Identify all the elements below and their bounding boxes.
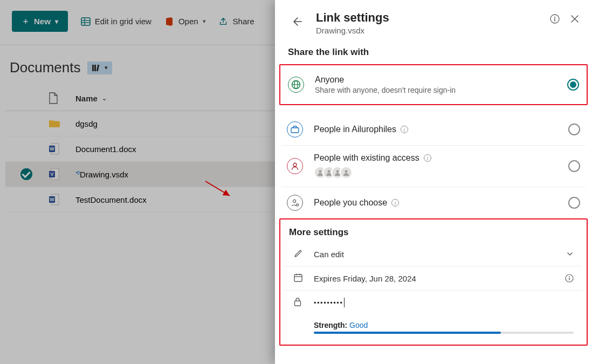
strength-bar (314, 332, 574, 334)
svg-line-16 (205, 181, 230, 196)
more-settings-heading: More settings (280, 219, 587, 242)
lock-icon (293, 297, 304, 308)
info-icon[interactable]: i (401, 126, 408, 133)
folder-icon (49, 119, 70, 128)
svg-point-24 (293, 163, 297, 167)
radio-unselected[interactable] (568, 160, 580, 172)
permission-selector[interactable]: Can edit (285, 242, 582, 266)
word-icon: W (49, 194, 70, 205)
books-icon (92, 64, 101, 72)
chevron-down-icon: ⌄ (102, 95, 107, 102)
expiry-row[interactable]: Expires Friday, Jun 28, 2024 (285, 266, 582, 291)
annotation-highlight-box: Anyone Share with anyone, doesn't requir… (279, 64, 588, 105)
radio-unselected[interactable] (568, 123, 580, 135)
link-settings-panel: Link settings Drawing.vsdx Share the lin… (275, 0, 592, 364)
share-option-org[interactable]: People in Ailurophiles i (281, 114, 586, 146)
panel-header: Link settings Drawing.vsdx (275, 0, 592, 45)
svg-point-37 (569, 276, 570, 277)
briefcase-icon (287, 121, 303, 138)
person-gear-icon (287, 195, 303, 211)
permission-value: Can edit (314, 250, 344, 259)
existing-access-avatars (314, 166, 431, 179)
option-title: Anyone (315, 75, 456, 85)
svg-rect-32 (294, 274, 302, 281)
share-icon (219, 17, 229, 26)
info-icon[interactable] (565, 274, 574, 283)
svg-text:W: W (50, 146, 54, 152)
svg-rect-0 (81, 18, 90, 25)
new-button[interactable]: ＋ New ▾ (12, 11, 68, 32)
share-option-existing[interactable]: People with existing access i (281, 146, 586, 187)
share-option-specific[interactable]: People you choose i (281, 187, 586, 218)
strength-label: Strength: (314, 321, 347, 329)
expiry-value: Expires Friday, Jun 28, 2024 (314, 274, 416, 283)
plus-icon: ＋ (22, 16, 30, 26)
svg-point-27 (336, 170, 339, 173)
svg-text:V: V (50, 171, 53, 177)
chevron-down-icon: ▾ (55, 18, 58, 25)
file-icon (49, 92, 70, 104)
svg-rect-19 (554, 18, 555, 22)
svg-point-18 (554, 17, 555, 18)
svg-rect-38 (569, 278, 569, 280)
globe-icon (288, 77, 304, 93)
panel-title: Link settings (316, 11, 389, 25)
svg-point-26 (328, 170, 331, 173)
office-icon (164, 17, 174, 26)
svg-point-25 (319, 170, 322, 173)
password-field[interactable]: ••••••••• (314, 298, 345, 307)
edit-grid-label: Edit in grid view (95, 17, 152, 26)
radio-selected[interactable] (567, 79, 579, 91)
share-label: Share (233, 17, 254, 26)
chevron-down-icon (566, 250, 574, 258)
chevron-down-icon: ▾ (105, 64, 108, 71)
svg-text:W: W (50, 197, 54, 202)
panel-subtitle: Drawing.vsdx (316, 26, 389, 35)
library-view-toggle[interactable]: ▾ (87, 61, 112, 74)
share-options-list: People in Ailurophiles i People with exi… (275, 114, 592, 218)
strength-value: Good (349, 321, 368, 329)
info-icon[interactable] (550, 14, 560, 24)
new-button-label: New (34, 17, 51, 26)
close-icon[interactable] (570, 15, 579, 23)
word-icon: W (49, 143, 70, 155)
password-row[interactable]: ••••••••• Strength: Good (285, 291, 582, 340)
info-icon[interactable]: i (424, 154, 431, 162)
selected-check-icon[interactable] (20, 168, 32, 180)
svg-point-29 (293, 200, 295, 202)
person-icon (287, 158, 303, 174)
option-title: People in Ailurophiles (314, 125, 396, 134)
share-option-anyone[interactable]: Anyone Share with anyone, doesn't requir… (283, 66, 584, 103)
calendar-icon (293, 273, 304, 284)
option-title: People with existing access (314, 153, 419, 163)
visio-icon: V (49, 168, 70, 180)
pencil-icon (293, 249, 304, 259)
svg-point-28 (345, 170, 348, 173)
back-button[interactable] (288, 13, 305, 30)
svg-rect-23 (291, 128, 299, 133)
svg-rect-39 (295, 301, 301, 306)
page-title: Documents (10, 59, 81, 76)
radio-unselected[interactable] (568, 197, 580, 209)
share-with-heading: Share the link with (275, 45, 592, 64)
chevron-down-icon: ▾ (203, 18, 206, 25)
option-title: People you choose (314, 198, 387, 208)
svg-point-31 (297, 204, 298, 205)
open-label: Open (178, 17, 198, 26)
edit-grid-button[interactable]: Edit in grid view (81, 17, 152, 26)
grid-icon (81, 17, 91, 26)
info-icon[interactable]: i (391, 199, 399, 207)
open-button[interactable]: Open ▾ (164, 17, 206, 26)
option-description: Share with anyone, doesn't require sign-… (315, 86, 456, 94)
password-strength: Strength: Good (293, 321, 574, 334)
svg-rect-6 (96, 64, 99, 71)
share-button[interactable]: Share (219, 17, 254, 26)
svg-rect-5 (94, 65, 96, 71)
annotation-arrow (204, 180, 242, 201)
annotation-highlight-box: More settings Can edit Expires Friday, J… (279, 218, 588, 346)
svg-rect-4 (92, 65, 94, 71)
